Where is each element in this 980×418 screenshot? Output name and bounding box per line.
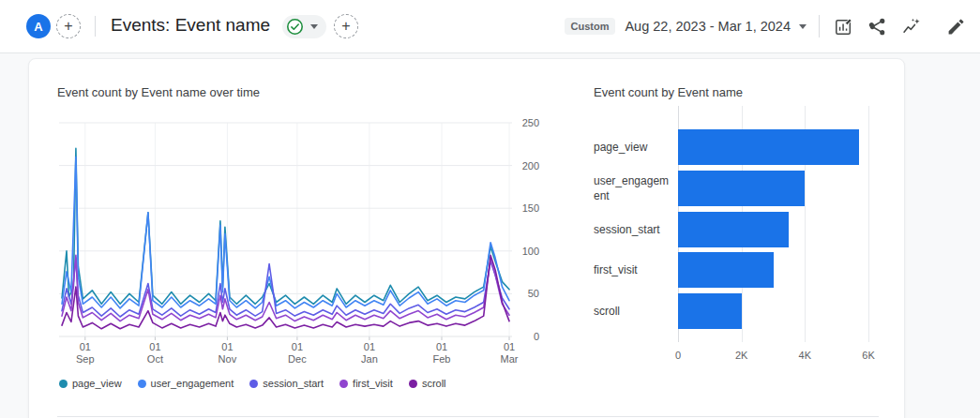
header-actions: Custom Aug 22, 2023 - Mar 1, 2024 [565, 0, 968, 52]
legend-item-first_visit[interactable]: first_visit [339, 378, 393, 389]
x-tick-label: 01Nov [208, 341, 246, 366]
bar-scroll[interactable] [678, 293, 742, 329]
bar-session_start[interactable] [678, 212, 789, 247]
x-tick-label: 01Dec [279, 341, 316, 366]
customize-report-icon [834, 17, 853, 37]
legend-item-user_engagement[interactable]: user_engagement [138, 378, 234, 389]
bar-label-session_start: session_start [594, 212, 674, 247]
bar-x-tick-label: 2K [726, 350, 758, 361]
legend-dot [249, 380, 258, 388]
header-divider [819, 15, 820, 37]
x-tick-label: 01Sep [67, 341, 104, 366]
legend-label: first_visit [353, 378, 393, 389]
y-tick-label: 150 [507, 202, 539, 214]
edit-report-button[interactable] [944, 15, 967, 37]
legend-label: session_start [263, 378, 324, 389]
x-tick-text: Feb [423, 353, 460, 366]
avatar[interactable]: A [26, 14, 51, 38]
plus-icon: + [64, 19, 72, 34]
x-tick-label: 01Jan [351, 341, 388, 366]
bar-x-tick-label: 4K [789, 350, 821, 361]
date-range-value: Aug 22, 2023 - Mar 1, 2024 [625, 19, 791, 34]
legend-label: user_engagement [151, 378, 234, 389]
chevron-down-icon [310, 24, 318, 29]
bar-label-page_view: page_view [594, 129, 674, 165]
bar-gridline [868, 106, 869, 342]
add-comparison-button[interactable]: + [56, 14, 81, 38]
x-tick-text: Jan [351, 353, 388, 366]
bar-chart-section: Event count by Event name 02K4K6Kpage_vi… [594, 85, 884, 413]
plus-icon: + [341, 19, 350, 34]
customize-report-button[interactable] [832, 15, 854, 37]
add-metric-button[interactable]: + [334, 14, 358, 38]
legend-dot [409, 380, 417, 388]
legend-item-scroll[interactable]: scroll [409, 378, 446, 389]
line-chart-title: Event count by Event name over time [57, 85, 568, 99]
check-circle-icon [286, 18, 304, 36]
report-status-dropdown[interactable] [282, 15, 326, 38]
report-card: Event count by Event name over time 0501… [28, 58, 905, 418]
bar-label-scroll: scroll [594, 293, 674, 329]
x-tick-label: 01Mar [490, 341, 528, 366]
y-tick-label: 100 [507, 246, 539, 257]
pencil-icon [946, 17, 966, 37]
x-tick-text: 01 [423, 341, 460, 353]
x-tick-text: 01 [67, 341, 104, 353]
y-tick-label: 50 [507, 288, 539, 299]
legend-dot [138, 380, 146, 388]
legend-dot [59, 380, 68, 388]
legend-item-page_view[interactable]: page_view [59, 378, 122, 389]
bar-page_view[interactable] [678, 129, 859, 165]
bar-first_visit[interactable] [678, 252, 774, 288]
legend-dot [339, 380, 348, 388]
x-tick-text: 01 [136, 341, 173, 353]
line-chart-svg [59, 113, 512, 343]
date-range-selector[interactable]: Custom Aug 22, 2023 - Mar 1, 2024 [565, 18, 807, 35]
x-tick-text: Nov [208, 353, 246, 366]
bar-chart-title: Event count by Event name [594, 85, 884, 99]
insights-button[interactable] [899, 15, 922, 37]
bar-user_engagement[interactable] [678, 171, 805, 206]
header-divider [95, 16, 96, 37]
x-tick-text: Oct [136, 353, 173, 366]
share-icon [867, 17, 887, 37]
line-chart-section: Event count by Event name over time 0501… [57, 85, 568, 413]
page-title: Events: Event name [111, 15, 270, 36]
x-tick-text: Mar [490, 353, 528, 366]
x-tick-text: 01 [208, 341, 246, 353]
y-tick-label: 250 [507, 117, 539, 128]
bar-label-user_engagement: user_engagement [594, 171, 674, 206]
legend-item-session_start[interactable]: session_start [249, 378, 324, 389]
x-tick-text: 01 [351, 341, 388, 353]
legend-label: page_view [72, 378, 122, 389]
x-tick-label: 01Feb [423, 341, 460, 366]
bar-x-tick-label: 6K [852, 350, 884, 361]
line-plot-area[interactable]: 050100150200250 01Sep01Oct01Nov01Dec01Ja… [59, 113, 547, 395]
card-divider [57, 416, 879, 417]
legend-label: scroll [422, 378, 446, 389]
bar-plot-area[interactable]: 02K4K6Kpage_viewuser_engagementsession_s… [678, 106, 868, 342]
x-tick-text: Dec [279, 353, 316, 366]
date-range-type-badge: Custom [565, 18, 616, 35]
chevron-down-icon [799, 24, 807, 29]
x-tick-text: 01 [279, 341, 316, 353]
x-tick-text: 01 [490, 341, 528, 353]
bar-x-tick-label: 0 [662, 350, 694, 361]
bar-label-first_visit: first_visit [594, 252, 674, 288]
app-header: A + Events: Event name + Custom Aug 22, … [0, 0, 980, 53]
x-tick-text: Sep [67, 353, 104, 366]
share-button[interactable] [866, 15, 888, 37]
chart-legend: page_viewuser_engagementsession_startfir… [59, 378, 446, 389]
y-tick-label: 200 [507, 160, 539, 172]
insights-icon [901, 17, 921, 37]
x-tick-label: 01Oct [136, 341, 173, 366]
